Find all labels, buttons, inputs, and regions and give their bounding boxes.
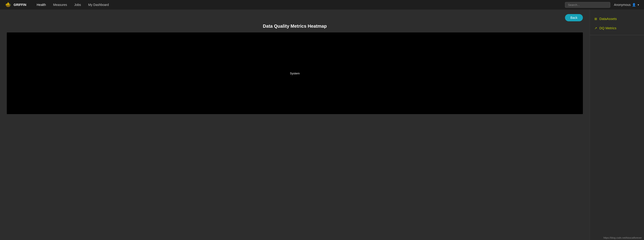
sidebar-item-dq-metrics-label: DQ Metrics [600, 26, 616, 30]
sidebar: ⊞ DataAssets ↗ DQ Metrics [590, 10, 644, 240]
dataassets-icon: ⊞ [594, 17, 597, 21]
back-button[interactable]: Back [565, 14, 583, 21]
status-bar: https://blog.csdn.net/kisscatforever [601, 235, 644, 240]
status-url: https://blog.csdn.net/kisscatforever [604, 236, 642, 239]
sidebar-item-dataassets-label: DataAssets [600, 17, 617, 21]
user-menu[interactable]: Anonymous 👤 ▼ [614, 3, 640, 7]
back-button-row: Back [7, 14, 583, 21]
user-icon: 👤 [632, 3, 636, 7]
heatmap-label: System [290, 72, 300, 75]
main-layout: Back Data Quality Metrics Heatmap System… [0, 10, 644, 240]
dq-metrics-icon: ↗ [594, 26, 597, 30]
heatmap-container: System [7, 32, 583, 114]
svg-point-2 [7, 3, 9, 5]
nav-links: Health Measures Jobs My Dashboard [33, 0, 565, 10]
nav-item-my-dashboard[interactable]: My Dashboard [85, 0, 112, 10]
nav-item-health[interactable]: Health [33, 0, 49, 10]
brand-logo-icon [4, 1, 12, 9]
search-input[interactable] [565, 2, 610, 8]
caret-icon: ▼ [637, 4, 640, 6]
user-name: Anonymous [614, 3, 631, 7]
sidebar-item-dataassets[interactable]: ⊞ DataAssets [590, 14, 644, 23]
sidebar-divider [590, 35, 644, 35]
content-area: Back Data Quality Metrics Heatmap System [0, 10, 590, 240]
navbar: GRIFFIN Health Measures Jobs My Dashboar… [0, 0, 644, 10]
page-title: Data Quality Metrics Heatmap [7, 24, 583, 29]
brand-logo-link[interactable]: GRIFFIN [4, 1, 26, 9]
sidebar-item-dq-metrics[interactable]: ↗ DQ Metrics [590, 23, 644, 33]
navbar-right: Anonymous 👤 ▼ [565, 2, 640, 8]
nav-item-measures[interactable]: Measures [49, 0, 70, 10]
brand-name: GRIFFIN [14, 3, 26, 7]
nav-item-jobs[interactable]: Jobs [71, 0, 85, 10]
